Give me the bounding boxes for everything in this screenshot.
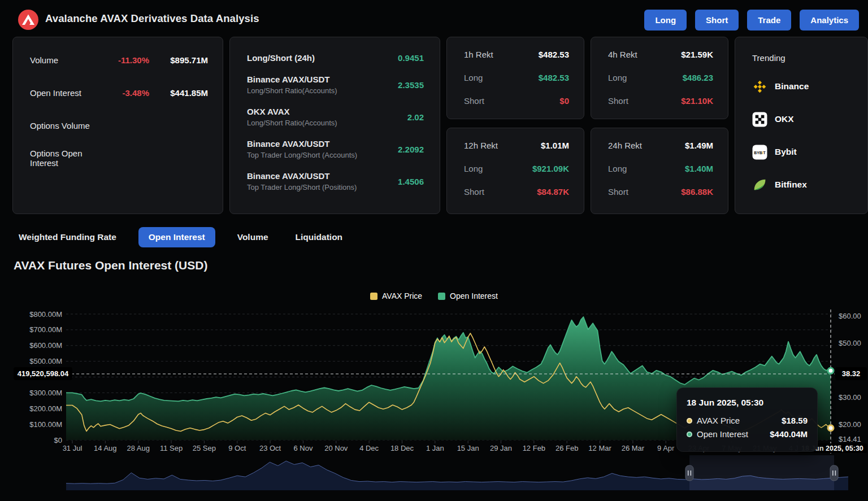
tooltip-label: Open Interest — [697, 429, 765, 439]
x-axis-tick-label: 11 Sep — [160, 444, 183, 452]
tooltip-row-open-interest: Open Interest $440.04M — [687, 429, 808, 439]
tooltip-row-price: AVAX Price $18.59 — [687, 416, 808, 425]
y-axis-tick-label: $200.00M — [29, 404, 62, 413]
x-axis-tick-label: 25 Sep — [193, 444, 216, 452]
price-dot-icon — [687, 418, 692, 424]
y-axis-tick-label: $800.00M — [29, 310, 62, 319]
x-axis-tick-label: 26 Mar — [622, 444, 645, 452]
x-axis-tick-label: 31 Jul — [63, 444, 83, 452]
y-axis-tick-label: $600.00M — [29, 341, 62, 350]
y-axis-tick-label: $300.00M — [29, 389, 62, 397]
y-axis-tick-label: $700.00M — [29, 325, 62, 334]
tooltip-label: AVAX Price — [697, 416, 777, 425]
x-axis-tick-label: 12 Mar — [588, 444, 611, 452]
x-axis-tick-label: 9 Oct — [228, 444, 246, 452]
app: Avalanche AVAX Derivatives Data Analysis… — [0, 0, 868, 501]
x-axis-tick-label: 12 Feb — [523, 444, 545, 452]
x-axis-tick-label: 26 Feb — [555, 444, 578, 452]
x-axis-tick-label: 23 Oct — [259, 444, 281, 452]
open-interest-dot-icon — [687, 432, 692, 437]
navigator-handle-left[interactable] — [685, 465, 693, 481]
x-axis-tick-label: 20 Nov — [324, 444, 348, 452]
right-axis-tick-label: $20.00 — [839, 420, 861, 429]
right-axis-tick-label: $14.41 — [839, 435, 861, 443]
crosshair-left-label: 419,520,598.04 — [14, 367, 72, 380]
tooltip-value: $440.04M — [770, 429, 808, 439]
x-axis-tick-label: 28 Aug — [127, 444, 150, 452]
y-axis-tick-label: $0 — [54, 436, 62, 445]
x-axis-tick-label: 1 Jan — [426, 444, 444, 452]
y-axis-tick-label: $500.00M — [29, 357, 62, 365]
open-interest-marker-dot — [828, 368, 834, 373]
y-axis-tick-label: $100.00M — [29, 420, 62, 429]
right-axis-tick-label: $60.00 — [839, 312, 861, 320]
right-axis-tick-label: $30.00 — [839, 393, 861, 402]
navigator-handle-right[interactable] — [830, 465, 838, 481]
x-axis-tick-label: 14 Aug — [94, 444, 117, 452]
x-axis-tick-label: 4 Dec — [359, 444, 379, 452]
chart-tooltip: 18 Jun 2025, 05:30 AVAX Price $18.59 Ope… — [676, 387, 818, 452]
x-axis-tick-label: 29 Jan — [490, 444, 512, 452]
tooltip-value: $18.59 — [782, 416, 808, 425]
x-axis-tick-label: 18 Dec — [390, 444, 414, 452]
crosshair-right-label: 38.32 — [835, 367, 867, 380]
avax-price-marker-dot — [828, 425, 834, 431]
x-axis-tick-label: 15 Jan — [457, 444, 479, 452]
x-axis-tick-label: 6 Nov — [293, 444, 313, 452]
navigator-selection[interactable] — [689, 455, 834, 490]
x-axis-tick-label: 9 Apr — [657, 444, 675, 452]
tooltip-date: 18 Jun 2025, 05:30 — [687, 398, 808, 408]
right-axis-tick-label: $50.00 — [839, 339, 861, 347]
